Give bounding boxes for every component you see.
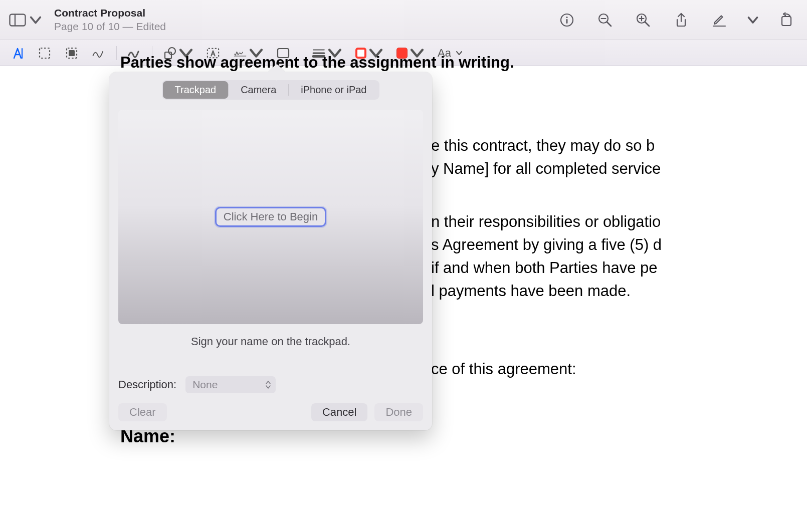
svg-rect-0 — [10, 14, 26, 26]
tab-trackpad[interactable]: Trackpad — [163, 81, 229, 99]
toolbar-left-group: Contract Proposal Page 10 of 10 — Edited — [5, 7, 166, 33]
sidebar-icon — [9, 14, 26, 27]
doc-text-line: y Name] for all completed service — [431, 157, 807, 180]
markup-more-button[interactable] — [747, 10, 759, 31]
popover-button-row: Clear Cancel Done — [118, 403, 423, 421]
document-subtitle: Page 10 of 10 — Edited — [54, 20, 166, 33]
pencil-icon — [712, 13, 727, 28]
svg-line-6 — [607, 22, 611, 26]
tab-device[interactable]: iPhone or iPad — [289, 81, 378, 99]
markup-button[interactable] — [709, 10, 730, 31]
description-row: Description: None — [118, 376, 423, 393]
begin-signature-button[interactable]: Click Here to Begin — [215, 207, 326, 227]
zoom-out-button[interactable] — [594, 10, 616, 31]
zoom-out-icon — [597, 13, 613, 28]
doc-text-line: if and when both Parties have pe — [431, 256, 807, 280]
done-button[interactable]: Done — [374, 403, 423, 421]
document-title: Contract Proposal — [54, 7, 166, 20]
doc-text-line: s Agreement by giving a five (5) d — [431, 233, 807, 256]
zoom-in-icon — [636, 13, 651, 28]
svg-point-3 — [566, 16, 567, 18]
stepper-icon — [266, 381, 271, 389]
svg-rect-13 — [782, 17, 791, 26]
share-icon — [674, 13, 689, 28]
tab-camera[interactable]: Camera — [229, 81, 288, 99]
toolbar-right-group — [556, 10, 800, 31]
clear-button[interactable]: Clear — [118, 403, 167, 421]
chevron-down-icon — [27, 14, 44, 27]
signature-hint: Sign your name on the trackpad. — [118, 335, 423, 348]
chevron-down-icon — [747, 13, 759, 28]
description-select[interactable]: None — [185, 376, 276, 393]
doc-text-line: ce of this agreement: — [431, 358, 807, 381]
doc-text-line: e this contract, they may do so b — [431, 134, 807, 157]
cancel-button[interactable]: Cancel — [311, 403, 367, 421]
share-button[interactable] — [671, 10, 692, 31]
rotate-button[interactable] — [776, 10, 797, 31]
info-button[interactable] — [556, 10, 577, 31]
info-icon — [559, 13, 574, 28]
description-label: Description: — [118, 378, 176, 391]
doc-text-line: l payments have been made. — [431, 280, 807, 303]
signature-canvas[interactable]: Click Here to Begin — [118, 110, 423, 324]
zoom-in-button[interactable] — [633, 10, 654, 31]
svg-rect-4 — [566, 19, 568, 24]
doc-heading-line: Parties show agreement to the assignment… — [120, 51, 807, 74]
rotate-icon — [779, 13, 794, 28]
window-toolbar: Contract Proposal Page 10 of 10 — Edited — [0, 0, 807, 40]
signature-popover: Trackpad Camera iPhone or iPad Click Her… — [109, 72, 432, 430]
svg-line-9 — [645, 22, 649, 26]
signature-source-segment: Trackpad Camera iPhone or iPad — [118, 80, 423, 100]
title-block: Contract Proposal Page 10 of 10 — Edited — [54, 7, 166, 33]
description-value: None — [192, 379, 218, 391]
doc-text-line: n their responsibilities or obligatio — [431, 210, 807, 233]
sidebar-toggle-button[interactable] — [5, 11, 48, 30]
